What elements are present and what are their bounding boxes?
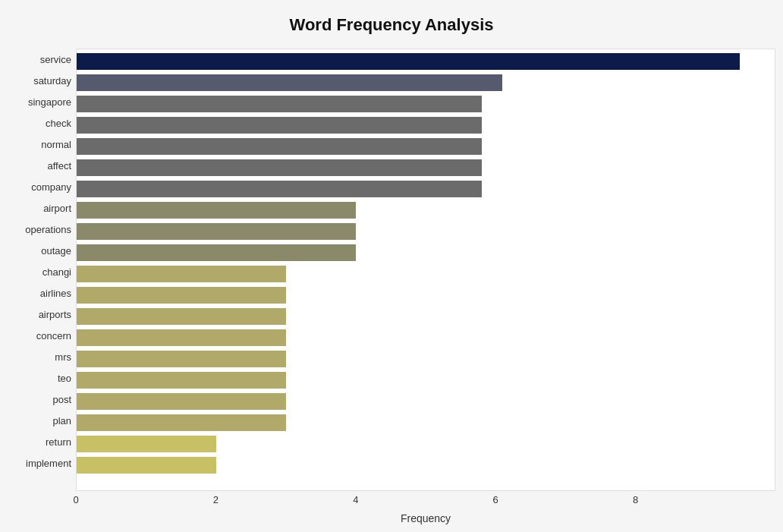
bar: [77, 329, 286, 346]
y-label: post: [52, 389, 71, 410]
bar-row: [77, 348, 775, 370]
bar: [77, 244, 356, 261]
bar-row: [77, 391, 775, 412]
bar: [77, 351, 286, 367]
y-label: return: [46, 431, 71, 452]
bar-row: [77, 178, 775, 200]
bar-row: [77, 306, 775, 327]
y-label: affect: [47, 155, 71, 176]
bar: [77, 202, 356, 219]
bars-container: [76, 49, 775, 491]
x-tick: 8: [633, 494, 638, 505]
bar-row: [77, 433, 775, 455]
x-tick: 0: [73, 494, 78, 505]
x-tick: 4: [353, 494, 358, 505]
bar-row: [77, 136, 775, 157]
bar-row: [77, 200, 775, 221]
bar: [77, 74, 502, 91]
y-label: company: [31, 176, 71, 197]
bars-and-xaxis: 02468 Frequency: [76, 49, 775, 524]
bar-row: [77, 93, 775, 115]
bar: [77, 287, 286, 304]
bar-row: [77, 285, 775, 306]
y-label: check: [46, 112, 71, 134]
bar: [77, 436, 216, 452]
bar: [77, 53, 740, 70]
bar-row: [77, 327, 775, 348]
bar: [77, 393, 286, 410]
bar-row: [77, 370, 775, 391]
bar: [77, 308, 286, 325]
bar-row: [77, 115, 775, 136]
bar: [77, 138, 482, 155]
chart-area: servicesaturdaysingaporechecknormalaffec…: [8, 49, 775, 524]
y-label: service: [40, 49, 71, 70]
bar: [77, 266, 286, 282]
y-label: normal: [41, 134, 71, 155]
y-label: implement: [26, 452, 71, 474]
bar: [77, 414, 286, 431]
y-label: teo: [58, 367, 71, 389]
x-tick: 6: [493, 494, 498, 505]
bar-row: [77, 157, 775, 178]
bar: [77, 159, 482, 176]
x-axis: 02468 Frequency: [76, 494, 775, 524]
x-tick: 2: [213, 494, 219, 505]
bar-row: [77, 455, 775, 476]
y-label: changi: [42, 261, 71, 282]
bar: [77, 223, 356, 240]
bar-row: [77, 242, 775, 263]
x-axis-label: Frequency: [76, 512, 775, 524]
y-label: airlines: [40, 282, 71, 304]
y-label: operations: [25, 219, 71, 240]
y-label: singapore: [28, 91, 71, 112]
bar: [77, 181, 482, 197]
y-label: airports: [39, 304, 71, 325]
bar: [77, 96, 482, 112]
bar: [77, 457, 216, 474]
bar-row: [77, 221, 775, 242]
y-label: airport: [43, 197, 71, 219]
bar: [77, 372, 286, 389]
y-label: concern: [36, 325, 71, 346]
y-axis: servicesaturdaysingaporechecknormalaffec…: [8, 49, 76, 524]
y-label: mrs: [55, 346, 71, 367]
bar-row: [77, 51, 775, 72]
bar-row: [77, 263, 775, 285]
y-label: outage: [41, 240, 71, 261]
y-label: plan: [52, 410, 71, 431]
y-label: saturday: [33, 70, 71, 91]
bar: [77, 117, 482, 134]
bar-row: [77, 412, 775, 433]
chart-title: Word Frequency Analysis: [290, 15, 494, 35]
bar-row: [77, 72, 775, 93]
